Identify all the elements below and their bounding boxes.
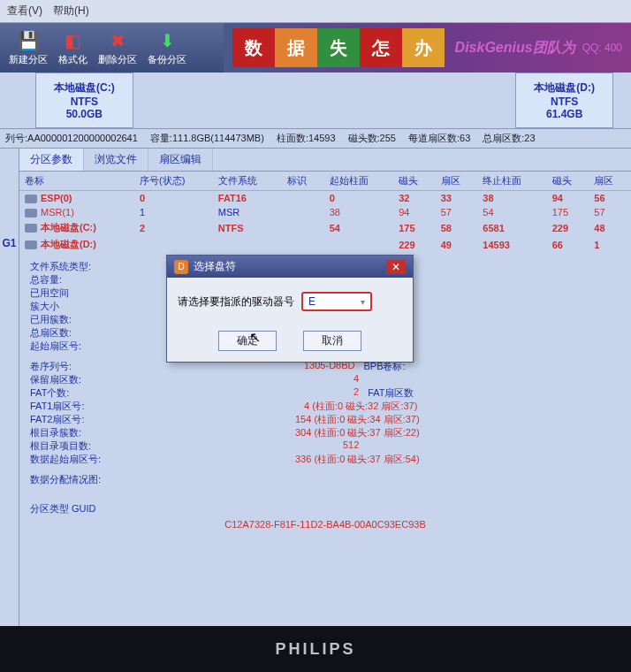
spt-value: 63 — [460, 133, 470, 143]
totsec2-label: 总扇区数: — [30, 326, 127, 340]
datastart-label: 数据起始扇区号: — [30, 453, 127, 466]
cell — [282, 191, 324, 206]
cell — [213, 236, 282, 253]
cell: 33 — [436, 191, 478, 206]
cell: 48 — [589, 219, 631, 236]
disk-c-size: 50.0GB — [54, 108, 115, 120]
cell: 57 — [589, 205, 631, 219]
cell: 6581 — [477, 219, 546, 236]
backup-partition-label: 备份分区 — [148, 53, 186, 66]
drive-letter-select[interactable]: E ▾ — [301, 292, 372, 311]
cell: 本地磁盘(D:) — [19, 236, 134, 253]
disk-icon: 💾 — [16, 30, 41, 51]
banner: 数 据 失 怎 办 DiskGenius团队为 QQ: 400 — [224, 23, 631, 73]
tabs: 分区参数 浏览文件 扇区编辑 — [19, 149, 631, 172]
col-shead[interactable]: 磁头 — [393, 172, 436, 191]
disk-c-fs: NTFS — [54, 95, 115, 108]
new-partition-label: 新建分区 — [9, 53, 48, 66]
ok-button[interactable]: 确定 — [218, 331, 277, 351]
capacity-value: 111.8GB(114473MB) — [172, 133, 264, 143]
val-r1: 4 (柱面:0 磁头:32 扇区:37) — [304, 400, 417, 413]
col-ecyl[interactable]: 终止柱面 — [477, 172, 546, 191]
serial-value: AA000001200000002641 — [27, 133, 138, 143]
cell: 1 — [134, 205, 213, 219]
disk-d[interactable]: 本地磁盘(D:) NTFS 61.4GB — [515, 73, 613, 128]
fat2-label: FAT2扇区号: — [30, 413, 127, 426]
col-flag[interactable]: 标识 — [282, 172, 324, 191]
left-tree[interactable]: G1 — [0, 149, 19, 644]
disk-info-bar: 列号:AA000001200000002641 容量:111.8GB(11447… — [0, 129, 631, 149]
drive-icon — [25, 195, 37, 203]
drive-icon — [25, 224, 37, 233]
delete-partition-button[interactable]: ✖ 删除分区 — [93, 28, 142, 68]
disk-map: 本地磁盘(C:) NTFS 50.0GB 本地磁盘(D:) NTFS 61.4G… — [0, 73, 631, 129]
disk-c-name: 本地磁盘(C:) — [54, 80, 115, 95]
col-fs[interactable]: 文件系统 — [213, 172, 282, 191]
table-row[interactable]: 本地磁盘(D:)2294914593661 — [19, 236, 631, 253]
disk-c[interactable]: 本地磁盘(C:) NTFS 50.0GB — [35, 73, 133, 128]
cell: ESP(0) — [19, 191, 134, 206]
alloc-label: 数据分配情况图: — [30, 473, 127, 486]
cell: 58 — [436, 219, 478, 236]
capacity-label: 容量: — [150, 133, 172, 143]
fat1-label: FAT1扇区号: — [30, 400, 127, 413]
menu-view[interactable]: 查看(V) — [7, 4, 42, 19]
cell: 175 — [393, 219, 436, 236]
format-button[interactable]: ◧ 格式化 — [53, 28, 93, 68]
val-r5: 336 (柱面:0 磁头:37 扇区:54) — [295, 453, 420, 466]
startsec-label: 起始扇区号: — [30, 340, 127, 353]
fatsec-label: FAT扇区数 — [368, 386, 414, 400]
totsec-label: 总扇区数: — [483, 133, 524, 143]
drive-letter-value: E — [308, 295, 316, 308]
new-partition-button[interactable]: 💾 新建分区 — [4, 28, 53, 68]
tab-sector-edit[interactable]: 扇区编辑 — [148, 149, 213, 171]
table-row[interactable]: 本地磁盘(C:)2NTFS5417558658122948 — [19, 219, 631, 236]
usedclu-label: 已用簇数: — [30, 313, 127, 326]
rootitem-label: 根目录项目数: — [30, 439, 127, 453]
val-r4: 512 — [343, 439, 359, 453]
resv-label: 保留扇区数: — [30, 373, 127, 386]
cluster-label: 簇大小 — [30, 300, 127, 313]
tab-params[interactable]: 分区参数 — [19, 149, 84, 171]
total-label: 总容量: — [30, 273, 127, 286]
cell: MSR(1) — [19, 205, 134, 219]
cell: 0 — [134, 191, 213, 206]
volserial-label: 卷序列号: — [30, 360, 127, 373]
drive-letter-dialog: D 选择盘符 ✕ 请选择要指派的驱动器号 E ▾ 确定 取消 — [166, 255, 414, 363]
cell: 229 — [393, 236, 436, 253]
backup-partition-button[interactable]: ⬇ 备份分区 — [142, 28, 192, 68]
col-vol[interactable]: 卷标 — [19, 172, 134, 191]
cell: 49 — [436, 236, 478, 253]
col-scyl[interactable]: 起始柱面 — [324, 172, 393, 191]
tab-browse[interactable]: 浏览文件 — [84, 149, 148, 171]
col-ssec[interactable]: 扇区 — [436, 172, 478, 191]
val-4: 4 — [354, 373, 359, 386]
close-button[interactable]: ✕ — [386, 260, 406, 274]
banner-tiles: 数 据 失 怎 办 — [232, 28, 445, 67]
cell: 38 — [324, 205, 393, 219]
cell: 54 — [477, 205, 546, 219]
cell: 94 — [393, 205, 436, 219]
banner-tile: 据 — [275, 28, 317, 67]
cylinders-label: 柱面数: — [277, 133, 308, 143]
val-r3: 304 (柱面:0 磁头:37 扇区:22) — [295, 426, 420, 439]
cylinders-value: 14593 — [308, 133, 336, 143]
col-esec[interactable]: 扇区 — [589, 172, 631, 191]
cell — [282, 219, 324, 236]
drive-icon — [25, 241, 37, 249]
cancel-button[interactable]: 取消 — [303, 331, 361, 351]
table-row[interactable]: MSR(1)1MSR3894575417557 — [19, 205, 631, 219]
menu-help[interactable]: 帮助(H) — [53, 4, 89, 19]
format-label: 格式化 — [58, 53, 87, 66]
guid-value: C12A7328-F81F-11D2-BA4B-00A0C93EC93B — [30, 519, 620, 530]
partition-table: 卷标 序号(状态) 文件系统 标识 起始柱面 磁头 扇区 终止柱面 磁头 扇区 … — [19, 172, 631, 253]
cell — [282, 205, 324, 219]
cell: 1 — [589, 236, 631, 253]
banner-brand: DiskGenius团队为 — [455, 39, 575, 57]
col-ehead[interactable]: 磁头 — [547, 172, 589, 191]
table-row[interactable]: ESP(0)0FAT1603233389456 — [19, 191, 631, 206]
cell — [282, 236, 324, 253]
col-sn[interactable]: 序号(状态) — [134, 172, 213, 191]
dialog-titlebar[interactable]: D 选择盘符 ✕ — [167, 256, 413, 278]
disk-d-name: 本地磁盘(D:) — [534, 80, 595, 95]
